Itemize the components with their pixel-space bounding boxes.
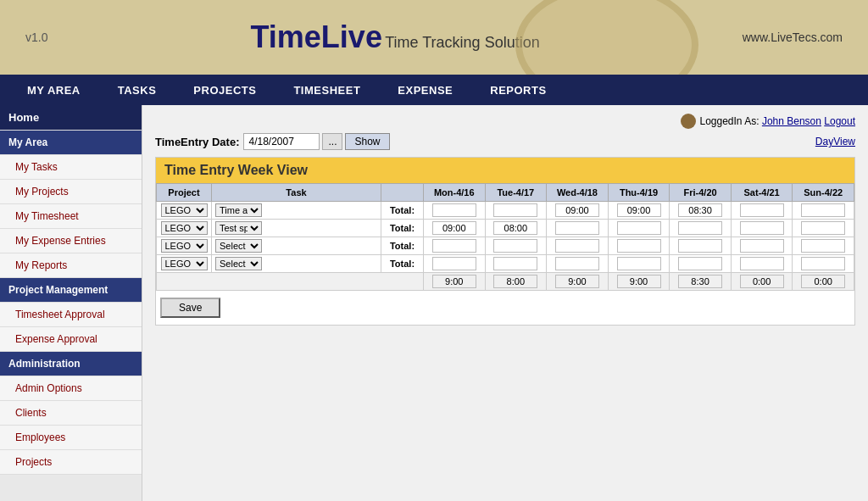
nav-my-area[interactable]: MY AREA (8, 75, 99, 105)
version-label: v1.0 (25, 31, 47, 44)
header-title-group: TimeLive Time Tracking Solution (251, 19, 540, 55)
fri-3 (670, 237, 732, 255)
wed-4 (547, 255, 609, 273)
sidebar-item-expense-approval[interactable]: Expense Approval (0, 327, 142, 352)
sidebar-item-my-tasks[interactable]: My Tasks (0, 155, 142, 180)
sidebar-item-employees[interactable]: Employees (0, 426, 142, 450)
task-cell-3: Select Tasks (212, 237, 381, 255)
content-area: LoggedIn As: John Benson Logout TimeEntr… (142, 105, 868, 501)
sidebar-item-clients[interactable]: Clients (0, 401, 142, 426)
project-select-2[interactable]: LEGO (161, 221, 208, 235)
wed-input-3[interactable] (555, 239, 599, 253)
sidebar-item-admin-options[interactable]: Admin Options (0, 376, 142, 401)
totals-label (157, 273, 424, 291)
fri-input-2[interactable] (678, 221, 722, 235)
sat-1 (731, 202, 793, 220)
sun-input-3[interactable] (801, 239, 845, 253)
top-bar: LoggedIn As: John Benson Logout (155, 114, 855, 129)
col-wed: Wed-4/18 (547, 184, 609, 202)
wed-input-2[interactable] (555, 221, 599, 235)
project-cell-1: LEGO (157, 202, 212, 220)
fri-input-1[interactable] (678, 203, 722, 217)
total-thu (608, 273, 670, 291)
sat-input-2[interactable] (740, 221, 784, 235)
project-select-1[interactable]: LEGO (161, 203, 208, 217)
col-tue: Tue-4/17 (485, 184, 547, 202)
fri-input-4[interactable] (678, 257, 722, 270)
task-select-3[interactable]: Select Tasks (215, 239, 262, 253)
total-label-4: Total: (381, 255, 424, 273)
wed-input-4[interactable] (555, 257, 599, 270)
col-sat: Sat-4/21 (731, 184, 793, 202)
sidebar-item-my-projects[interactable]: My Projects (0, 180, 142, 204)
sidebar-item-my-reports[interactable]: My Reports (0, 253, 142, 278)
project-cell-3: LEGO (157, 237, 212, 255)
mon-input-1[interactable] (432, 203, 476, 217)
show-button[interactable]: Show (345, 133, 389, 150)
user-icon (681, 114, 696, 129)
fri-1 (670, 202, 732, 220)
table-row: LEGO Time and resource plan Total: (157, 202, 854, 220)
task-select-4[interactable]: Select Tasks (215, 257, 262, 270)
col-task: Task (212, 184, 381, 202)
sat-input-1[interactable] (740, 203, 784, 217)
nav-timesheet[interactable]: TIMESHEET (275, 75, 379, 105)
table-row: LEGO Select Tasks Total: (157, 255, 854, 273)
date-row: TimeEntry Date: ... Show DayView (155, 133, 855, 150)
sun-input-2[interactable] (801, 221, 845, 235)
date-input[interactable] (243, 133, 320, 150)
time-entry-panel: Time Entry Week View Project Task Mon-4/… (155, 157, 855, 326)
col-thu: Thu-4/19 (608, 184, 670, 202)
sidebar-item-home[interactable]: Home (0, 105, 142, 131)
task-select-1[interactable]: Time and resource plan (215, 203, 262, 217)
panel-title: Time Entry Week View (156, 158, 854, 183)
user-name-link[interactable]: John Benson (762, 115, 821, 127)
logout-link[interactable]: Logout (824, 115, 855, 127)
logged-in-label: LoggedIn As: (699, 115, 759, 127)
nav-tasks[interactable]: TASKS (99, 75, 175, 105)
total-sat-input (740, 275, 784, 288)
task-cell-2: Test specification and plan (212, 220, 381, 237)
sidebar-item-my-timesheet[interactable]: My Timesheet (0, 204, 142, 229)
tue-input-1[interactable] (493, 203, 537, 217)
date-label: TimeEntry Date: (155, 136, 239, 148)
tue-input-4[interactable] (493, 257, 537, 270)
day-view-link[interactable]: DayView (815, 136, 855, 148)
sun-input-1[interactable] (801, 203, 845, 217)
mon-input-2[interactable] (432, 221, 476, 235)
thu-input-4[interactable] (617, 257, 661, 270)
fri-input-3[interactable] (678, 239, 722, 253)
sidebar-item-timesheet-approval[interactable]: Timesheet Approval (0, 303, 142, 327)
mon-4 (424, 255, 486, 273)
tue-input-2[interactable] (493, 221, 537, 235)
fri-2 (670, 220, 732, 237)
sat-input-4[interactable] (740, 257, 784, 270)
sat-input-3[interactable] (740, 239, 784, 253)
tue-input-3[interactable] (493, 239, 537, 253)
project-select-4[interactable]: LEGO (161, 257, 208, 270)
thu-input-1[interactable] (617, 203, 661, 217)
nav-projects[interactable]: PROJECTS (175, 75, 275, 105)
sun-3 (793, 237, 854, 255)
nav-reports[interactable]: REPORTS (471, 75, 565, 105)
date-picker-button[interactable]: ... (322, 133, 342, 150)
mon-input-3[interactable] (432, 239, 476, 253)
sat-4 (731, 255, 793, 273)
thu-input-3[interactable] (617, 239, 661, 253)
thu-1 (608, 202, 670, 220)
sun-input-4[interactable] (801, 257, 845, 270)
wed-input-1[interactable] (555, 203, 599, 217)
nav-expense[interactable]: EXPENSE (379, 75, 471, 105)
app-title: TimeLive (251, 19, 382, 54)
mon-input-4[interactable] (432, 257, 476, 270)
total-mon-input (432, 275, 476, 288)
sidebar-item-my-expense-entries[interactable]: My Expense Entries (0, 229, 142, 253)
thu-input-2[interactable] (617, 221, 661, 235)
sidebar-section-project-management: Project Management (0, 278, 142, 303)
tue-3 (485, 237, 547, 255)
sidebar-item-projects[interactable]: Projects (0, 450, 142, 475)
task-select-2[interactable]: Test specification and plan (215, 221, 262, 235)
save-button[interactable]: Save (160, 298, 220, 318)
app-subtitle: Time Tracking Solution (385, 34, 539, 51)
project-select-3[interactable]: LEGO (161, 239, 208, 253)
